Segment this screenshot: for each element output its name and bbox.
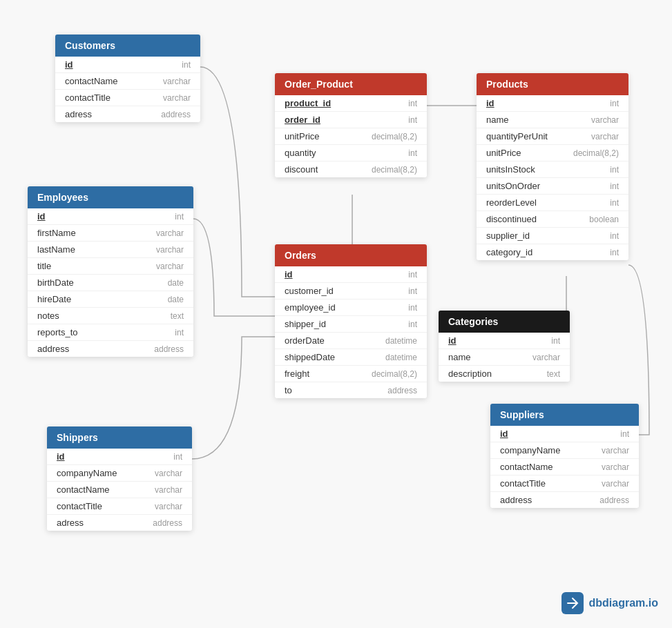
col-type: int bbox=[610, 165, 619, 175]
table-row: contactTitlevarchar bbox=[47, 498, 192, 515]
col-type: int bbox=[408, 115, 417, 125]
table-row: addressaddress bbox=[28, 341, 193, 357]
col-name: shippedDate bbox=[285, 352, 335, 362]
table-row: adressaddress bbox=[55, 106, 200, 122]
col-type: decimal(8,2) bbox=[372, 165, 417, 175]
table-header-products: Products bbox=[477, 73, 628, 95]
col-name: lastName bbox=[37, 244, 75, 255]
col-type: varchar bbox=[602, 462, 629, 472]
col-name: name bbox=[448, 352, 471, 362]
col-name: adress bbox=[65, 109, 92, 119]
table-row: quantityPerUnitvarchar bbox=[477, 128, 628, 145]
table-row: supplier_idint bbox=[477, 228, 628, 244]
table-row: discountdecimal(8,2) bbox=[275, 161, 427, 177]
col-name: id bbox=[285, 269, 293, 279]
col-name: notes bbox=[37, 311, 59, 321]
table-row: freightdecimal(8,2) bbox=[275, 366, 427, 382]
table-row: orderDatedatetime bbox=[275, 333, 427, 349]
col-name: employee_id bbox=[285, 302, 336, 313]
table-row: companyNamevarchar bbox=[47, 465, 192, 482]
col-name: unitsOnOrder bbox=[486, 181, 540, 191]
col-type: varchar bbox=[591, 115, 619, 125]
table-row: shipper_idint bbox=[275, 316, 427, 333]
table-row: toaddress bbox=[275, 382, 427, 398]
col-type: int bbox=[408, 286, 417, 296]
table-row: contactTitlevarchar bbox=[490, 475, 639, 492]
col-type: varchar bbox=[155, 469, 182, 478]
table-row: unitPricedecimal(8,2) bbox=[275, 128, 427, 145]
table-row: firstNamevarchar bbox=[28, 225, 193, 242]
col-type: varchar bbox=[155, 485, 182, 495]
table-row: product_idint bbox=[275, 95, 427, 112]
table-order_product: Order_Productproduct_idintorder_idintuni… bbox=[275, 73, 427, 177]
col-name: discontinued bbox=[486, 214, 537, 224]
table-row: idint bbox=[477, 95, 628, 112]
table-header-customers: Customers bbox=[55, 35, 200, 57]
col-type: int bbox=[610, 231, 619, 241]
col-type: datetime bbox=[385, 353, 417, 362]
col-name: title bbox=[37, 261, 51, 271]
table-row: idint bbox=[28, 208, 193, 225]
col-name: contactTitle bbox=[500, 478, 546, 489]
col-name: address bbox=[37, 344, 69, 354]
col-name: orderDate bbox=[285, 335, 325, 346]
table-row: reports_toint bbox=[28, 324, 193, 341]
table-row: namevarchar bbox=[477, 112, 628, 128]
col-name: id bbox=[486, 98, 495, 108]
table-header-orders: Orders bbox=[275, 244, 427, 266]
table-row: idint bbox=[47, 449, 192, 465]
table-row: companyNamevarchar bbox=[490, 442, 639, 459]
col-type: address bbox=[154, 344, 184, 354]
col-type: varchar bbox=[602, 479, 629, 489]
table-orders: Ordersidintcustomer_idintemployee_idints… bbox=[275, 244, 427, 398]
col-type: int bbox=[408, 303, 417, 313]
col-type: int bbox=[408, 148, 417, 158]
table-row: hireDatedate bbox=[28, 291, 193, 308]
col-type: int bbox=[173, 452, 182, 462]
col-name: contactTitle bbox=[57, 501, 102, 511]
table-row: contactNamevarchar bbox=[47, 482, 192, 498]
col-type: int bbox=[175, 328, 184, 337]
col-name: unitPrice bbox=[486, 148, 521, 158]
col-name: companyName bbox=[57, 468, 117, 478]
table-row: idint bbox=[275, 266, 427, 283]
table-row: idint bbox=[55, 57, 200, 73]
col-name: hireDate bbox=[37, 294, 71, 304]
col-name: contactName bbox=[65, 76, 118, 86]
col-name: id bbox=[37, 211, 46, 222]
col-type: int bbox=[610, 181, 619, 191]
col-type: int bbox=[610, 99, 619, 108]
table-row: descriptiontext bbox=[439, 366, 570, 382]
col-name: id bbox=[65, 59, 73, 70]
col-type: int bbox=[620, 429, 629, 439]
table-row: reorderLevelint bbox=[477, 195, 628, 211]
col-name: contactTitle bbox=[65, 92, 111, 103]
col-name: address bbox=[500, 495, 532, 505]
col-type: date bbox=[168, 278, 184, 288]
table-row: namevarchar bbox=[439, 349, 570, 366]
col-name: product_id bbox=[285, 98, 331, 108]
col-name: to bbox=[285, 385, 292, 395]
table-row: quantityint bbox=[275, 145, 427, 161]
col-type: datetime bbox=[385, 336, 417, 346]
table-employees: EmployeesidintfirstNamevarcharlastNameva… bbox=[28, 186, 193, 357]
table-row: contactNamevarchar bbox=[55, 73, 200, 90]
col-name: firstName bbox=[37, 228, 76, 238]
col-type: varchar bbox=[163, 77, 191, 86]
col-type: int bbox=[610, 198, 619, 208]
col-type: int bbox=[408, 270, 417, 279]
col-name: id bbox=[57, 451, 65, 462]
col-type: varchar bbox=[163, 93, 191, 103]
db-canvas: CustomersidintcontactNamevarcharcontactT… bbox=[0, 0, 672, 628]
table-row: notestext bbox=[28, 308, 193, 324]
col-type: int bbox=[175, 212, 184, 222]
col-name: contactName bbox=[57, 484, 110, 495]
table-row: unitsOnOrderint bbox=[477, 178, 628, 195]
table-customers: CustomersidintcontactNamevarcharcontactT… bbox=[55, 35, 200, 122]
table-row: contactTitlevarchar bbox=[55, 90, 200, 106]
col-name: reports_to bbox=[37, 327, 78, 337]
table-products: ProductsidintnamevarcharquantityPerUnitv… bbox=[477, 73, 628, 260]
col-name: adress bbox=[57, 518, 84, 528]
table-row: shippedDatedatetime bbox=[275, 349, 427, 366]
col-type: boolean bbox=[589, 215, 619, 224]
